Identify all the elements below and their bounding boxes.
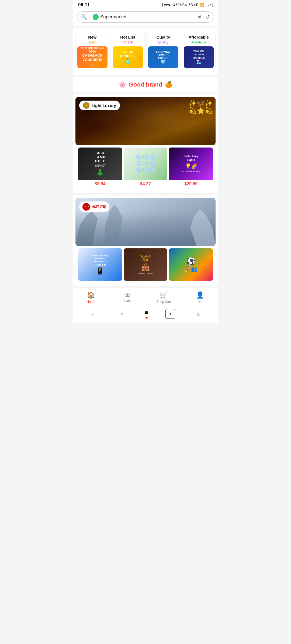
system-nav: ‹ ○ ≡ 1 ⌂ [73,306,218,323]
category-label-hot-main: Hot List [120,35,135,39]
vpn-badge: VPN [162,3,171,7]
product-card-3[interactable]: Globe FairyLights 💡🌈 RGB+Bluetooth $20.5… [169,148,213,188]
category-label-quality-main: Quality [156,35,170,39]
sec-product-card-1[interactable]: 1 Year Warranty& QualityGuaranteed OPPO … [78,248,122,281]
refresh-icon[interactable]: ↺ [205,14,210,20]
nav-item-home[interactable]: 🏠 Home [73,290,109,305]
category-section: New New FIRST ORDER ONLY 50%CASHBACKVOUC… [73,28,218,75]
nav-item-me[interactable]: 👤 Me [182,290,218,305]
second-banner[interactable]: 12.12 你好店铺 [75,198,216,246]
search-brand-text: Supermarket [100,14,126,20]
sys-back-button[interactable]: ‹ [87,308,99,320]
search-brand-wrap: ✓ Supermarket [93,14,195,20]
speed-indicator: 3.60 KB/s [173,3,187,7]
nav-label-me: Me [198,300,202,304]
category-img-hot: VALUEBUNDLES🧴 [113,46,143,68]
category-card-hot[interactable]: Hot List Hot List VALUEBUNDLES🧴 [111,32,145,71]
product-image-3: Globe FairyLights 💡🌈 RGB+Bluetooth [169,148,213,180]
product-card-1[interactable]: SILKLAMPBELT SAMNET 🎄 $8.94 [78,148,122,188]
nav-item-cate[interactable]: ⊞ Cate [109,290,146,305]
good-brand-deco-left: 🌸 [119,81,126,88]
product-price-1: $8.94 [78,180,122,188]
bottom-nav: 🏠 Home ⊞ Cate 🛒 Shop Cart 👤 Me [73,288,218,306]
sec-product-image-2: YLANG品具 👜 WATCH CARRY [124,248,168,281]
cart-icon: 🛒 [160,291,168,299]
category-label-affordable-sub: Affordable [191,40,206,44]
search-icon: 🔍 [81,14,87,20]
good-brand-section: 🌸 Good brand 🍊 [73,77,218,93]
xmas-lights-decoration: ✨🦋✨💫⭐💫 [189,100,213,115]
sec-product-card-2[interactable]: YLANG品具 👜 WATCH CARRY [124,248,168,281]
category-img-quality: EVERYDAYLOWESTPRICES🧊 [148,46,178,68]
sec-product-card-3[interactable]: ⚽ 🎉👥 [169,248,213,281]
category-label-affordable-main: Affordable [189,35,209,39]
category-label-quality-sub: Quality [158,40,168,44]
product-image-2: ❄️❄️❄️❄️❄️❄️❄️❄️❄️ [124,148,168,180]
product-card-2[interactable]: ❄️❄️❄️❄️❄️❄️❄️❄️❄️ $4.27 [124,148,168,188]
battery-indicator: 97 [206,3,213,7]
status-bar: 09:11 VPN 3.60 KB/s 5G HD 📶 97 [73,0,218,9]
wifi-icon: 📶 [200,3,204,7]
brand-verified-icon: ✓ [93,14,99,20]
search-bar: 🔍 ✓ Supermarket ≠ ↺ [73,9,218,26]
sys-home-button[interactable]: ⌂ [192,308,204,320]
sys-search-button[interactable]: ○ [116,308,128,320]
page-number: 1 [169,312,171,316]
sys-menu-button[interactable]: ≡ [145,309,148,319]
second-banner-section: 12.12 你好店铺 1 Year Warranty& QualityGuara… [73,195,218,286]
category-img-affordable: valuestarLAUNCHSPECIALS🏪 [184,46,214,68]
category-label-hot-sub: Hot List [122,40,133,44]
search-actions: ≠ ↺ [198,14,210,20]
product-price-2: $4.27 [124,180,168,188]
category-card-new[interactable]: New New FIRST ORDER ONLY 50%CASHBACKVOUC… [75,32,109,71]
category-card-quality[interactable]: Quality Quality EVERYDAYLOWESTPRICES🧊 [146,32,180,71]
brand-banner[interactable]: Light Luxury ✨🦋✨💫⭐💫 [75,97,216,145]
nav-item-cart[interactable]: 🛒 Shop Cart [146,290,182,305]
status-icons: VPN 3.60 KB/s 5G HD 📶 97 [162,3,213,7]
brand-banner-section: Light Luxury ✨🦋✨💫⭐💫 SILKLAMPBELT SAMNET … [73,94,218,193]
search-divider [90,14,90,20]
status-time: 09:11 [78,2,90,8]
good-brand-title: Good brand [129,81,162,88]
cate-icon: ⊞ [125,291,130,298]
search-wrapper[interactable]: 🔍 ✓ Supermarket ≠ ↺ [77,11,214,23]
light-luxury-products: SILKLAMPBELT SAMNET 🎄 $8.94 ❄️❄️❄️❄️❄️❄️… [75,145,216,191]
second-brand-products: 1 Year Warranty& QualityGuaranteed OPPO … [75,246,216,283]
second-brand-label: 你好店铺 [92,204,106,209]
page-indicator[interactable]: 1 [165,309,175,319]
category-card-affordable[interactable]: Affordable Affordable valuestarLAUNCHSPE… [182,32,216,71]
notification-dot [146,317,148,319]
filter-icon[interactable]: ≠ [198,14,201,20]
category-label-new-sub: New [89,40,96,44]
light-luxury-label: Light Luxury [92,103,116,108]
second-brand-badge: 12.12 你好店铺 [79,201,109,212]
nav-label-home: Home [86,300,95,304]
nav-label-cart: Shop Cart [156,300,171,304]
category-label-new-main: New [88,35,96,39]
light-luxury-badge: Light Luxury [79,101,120,110]
nav-label-cate: Cate [124,299,131,303]
category-img-new: FIRST ORDER ONLY 50%CASHBACKVOUCHERS › [77,46,108,68]
home-icon: 🏠 [87,291,95,299]
product-image-1: SILKLAMPBELT SAMNET 🎄 [78,148,122,180]
good-brand-deco-right: 🍊 [165,81,172,88]
sec-product-image-1: 1 Year Warranty& QualityGuaranteed OPPO … [78,248,122,281]
network-type: 5G HD [189,3,199,7]
me-icon: 👤 [196,291,204,299]
product-price-3: $20.59 [169,180,213,188]
brand-badge-dot [83,102,89,109]
sec-product-image-3: ⚽ 🎉👥 [169,248,213,281]
second-brand-badge-icon: 12.12 [82,203,90,211]
